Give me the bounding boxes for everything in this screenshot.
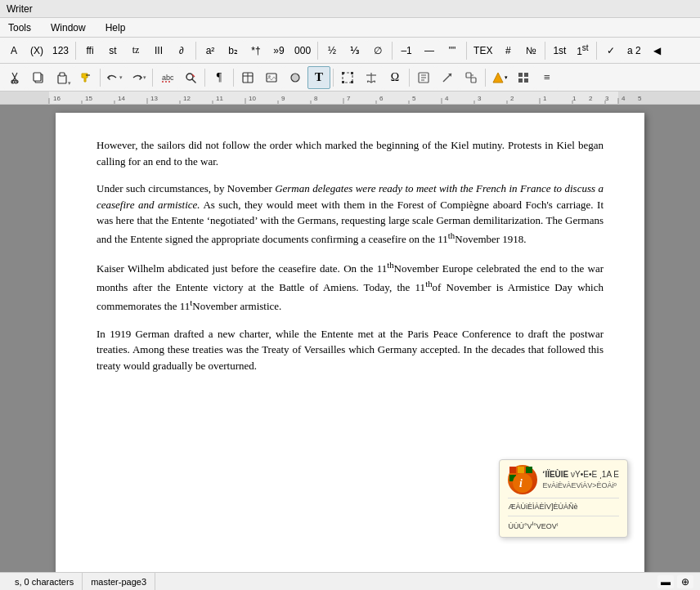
more-button[interactable]: ≡ [536, 66, 559, 89]
paste-button[interactable]: ▾ [51, 66, 74, 89]
special-btn-em[interactable]: — [419, 40, 440, 61]
special-btn-no[interactable]: № [520, 40, 541, 61]
svg-rect-76 [518, 467, 524, 473]
svg-rect-33 [0, 92, 49, 105]
format-paintbrush-button[interactable] [74, 66, 97, 89]
svg-rect-75 [509, 467, 516, 473]
svg-text:3: 3 [478, 95, 482, 102]
para2-text-1: Under such circumstances, by November [96, 182, 275, 194]
toolbar-sep-main-6 [409, 69, 410, 87]
document-area: However, the sailors did not follow the … [0, 105, 700, 572]
svg-text:i: i [519, 477, 523, 489]
autocorrect-icon: i [508, 465, 537, 494]
view-mode-button[interactable]: ▬ [657, 575, 674, 588]
undo-button[interactable]: ▾ [103, 66, 126, 89]
para2-text-3: November 1918. [455, 233, 526, 245]
view-toggle-button[interactable] [512, 66, 535, 89]
toolbar-sep-3 [317, 42, 318, 60]
object-button[interactable] [460, 66, 482, 89]
svg-text:2: 2 [589, 95, 593, 102]
svg-point-10 [268, 75, 271, 78]
svg-rect-16 [351, 81, 353, 83]
special-btn-dagger[interactable]: *† [245, 40, 267, 61]
special-btn-half[interactable]: ½ [321, 40, 343, 61]
special-btn-partial[interactable]: ∂ [171, 40, 192, 61]
svg-text:12: 12 [183, 95, 191, 102]
svg-text:5: 5 [412, 95, 416, 102]
svg-text:5: 5 [638, 95, 642, 102]
paragraph-marks-button[interactable]: ¶ [208, 66, 231, 89]
redo-button[interactable]: ▾ [127, 66, 150, 89]
toolbar-sep-6 [545, 42, 545, 60]
special-btn-iii[interactable]: III [148, 40, 169, 61]
special-char-button[interactable]: Ω [384, 66, 406, 89]
special-btn-X[interactable]: (X) [26, 40, 47, 61]
special-btn-A[interactable]: A [3, 40, 25, 61]
ruler: 16 15 14 13 12 11 10 9 8 7 6 5 4 3 2 1 1… [0, 92, 700, 105]
special-btn-1st-super[interactable]: 1st [572, 40, 593, 61]
svg-rect-3 [60, 73, 65, 76]
special-btn-b2[interactable]: b₂ [222, 40, 244, 61]
svg-point-79 [513, 473, 532, 493]
svg-text:16: 16 [53, 95, 61, 102]
svg-point-11 [291, 74, 299, 82]
spellcheck-button[interactable]: abc [155, 66, 178, 89]
find-button[interactable] [179, 66, 202, 89]
title-bar: Writer [0, 0, 700, 18]
text-tool-button[interactable]: T [307, 66, 330, 89]
svg-text:3: 3 [605, 95, 609, 102]
toolbar-sep-2 [195, 42, 196, 60]
menu-tools[interactable]: Tools [3, 20, 36, 35]
autocorrect-popup[interactable]: i ʼΙΪΕÙΙΕ νΥ•Ε•Ε ͵1Α Ε EvÀiÈvÀEViÀV>ÈOÀ… [499, 459, 628, 538]
special-btn-123[interactable]: 123 [49, 40, 72, 61]
cut-button[interactable] [3, 66, 26, 89]
special-btn-empty[interactable]: ∅ [367, 40, 388, 61]
special-btn-000[interactable]: 000 [291, 40, 314, 61]
copy-button[interactable] [27, 66, 50, 89]
zoom-button[interactable]: ⊕ [677, 575, 693, 588]
anchor-button[interactable] [360, 66, 383, 89]
insert-shape-button[interactable] [284, 66, 307, 89]
svg-text:4: 4 [621, 95, 626, 102]
special-toolbar: A (X) 123 ffi st tz III ∂ a² b₂ *† »9 00… [0, 38, 700, 64]
special-btn-st[interactable]: st [102, 40, 123, 61]
special-btn-quotes[interactable]: "" [442, 40, 463, 61]
menu-help[interactable]: Help [101, 20, 131, 35]
insert-table-button[interactable] [236, 66, 259, 89]
special-btn-tex[interactable]: TEX [470, 40, 496, 61]
frame-button[interactable] [336, 66, 359, 89]
special-btn-hash[interactable]: # [497, 40, 518, 61]
special-btn-prev[interactable]: ◀ [646, 40, 667, 61]
special-btn-9[interactable]: »9 [268, 40, 289, 61]
svg-text:11: 11 [216, 95, 223, 102]
line-button[interactable] [436, 66, 459, 89]
special-btn-tz[interactable]: tz [125, 40, 146, 61]
special-btn-third[interactable]: ⅓ [344, 40, 366, 61]
toolbar-sep-main-2 [152, 69, 153, 87]
svg-rect-1 [34, 73, 41, 81]
svg-rect-30 [518, 78, 523, 83]
svg-text:4: 4 [445, 95, 449, 102]
svg-rect-24 [466, 73, 471, 78]
svg-rect-34 [618, 92, 700, 105]
special-btn-a2b[interactable]: a 2 [623, 40, 644, 61]
text-frame-button[interactable] [412, 66, 435, 89]
popup-title-text: ʼΙΪΕÙΙΕ νΥ•Ε•Ε ͵1Α Ε EvÀiÈvÀEViÀV>ÈOÀiº [542, 468, 619, 492]
special-btn-check[interactable]: ✓ [600, 40, 621, 61]
special-btn-a2[interactable]: a² [200, 40, 221, 61]
page-style-text: master-page3 [91, 577, 146, 587]
menu-window[interactable]: Window [46, 20, 91, 35]
special-btn-ffi[interactable]: ffi [79, 40, 101, 61]
insert-image-button[interactable] [260, 66, 283, 89]
document-page[interactable]: However, the sailors did not follow the … [56, 113, 644, 572]
toolbar-sep-1 [75, 42, 76, 60]
paragraph-2: Under such circumstances, by November Ge… [96, 181, 604, 247]
toolbar-sep-7 [596, 42, 597, 60]
color-button[interactable]: ▾ [488, 66, 511, 89]
svg-rect-25 [471, 78, 476, 83]
svg-rect-29 [524, 73, 528, 77]
svg-rect-14 [351, 72, 353, 74]
special-btn-en[interactable]: –1 [396, 40, 417, 61]
special-btn-1st[interactable]: 1st [549, 40, 570, 61]
para3-text-1: Kaiser Wilhelm abdicated just before the… [96, 263, 387, 275]
